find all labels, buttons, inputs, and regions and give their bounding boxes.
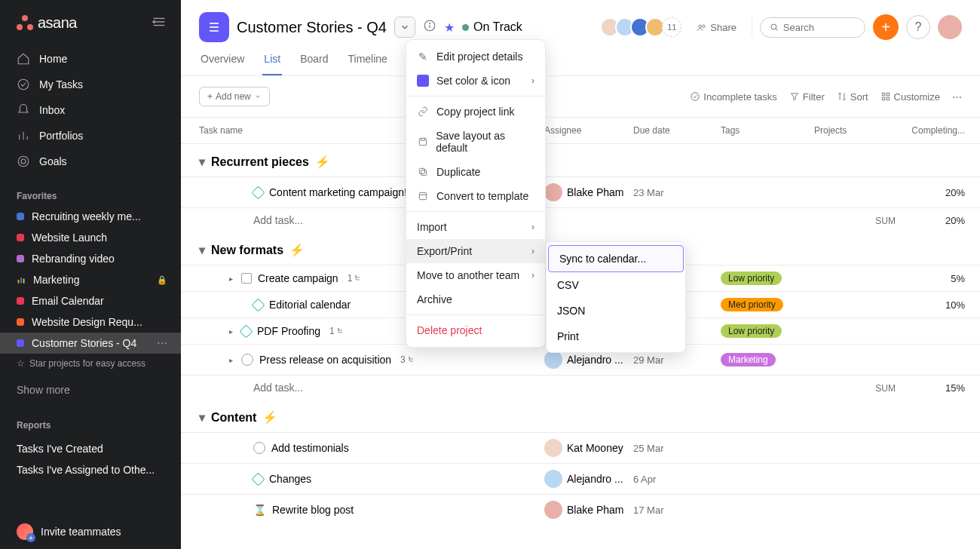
expand-subtasks-icon[interactable]: ▸ — [229, 327, 235, 336]
logo[interactable]: asana — [17, 14, 77, 32]
tag[interactable]: Marketing — [721, 353, 776, 367]
complete-checkbox[interactable] — [253, 442, 265, 454]
due-cell[interactable]: 6 Apr — [633, 474, 721, 485]
more-icon[interactable]: ⋯ — [157, 337, 167, 349]
col-tags[interactable]: Tags — [721, 125, 814, 136]
col-assignee[interactable]: Assignee — [544, 125, 633, 136]
tags-cell[interactable]: Med priority — [721, 298, 814, 311]
chevron-down-icon[interactable]: ▾ — [199, 155, 205, 169]
submenu-json[interactable]: JSON — [547, 298, 685, 324]
sidebar-favorite[interactable]: Recruiting weekly me... — [0, 206, 181, 227]
nav-home[interactable]: Home — [6, 46, 175, 72]
assignee-cell[interactable]: Blake Pham — [544, 501, 633, 519]
add-task-row[interactable]: Add task... SUM 15% — [181, 375, 980, 400]
tag[interactable]: Low priority — [721, 271, 782, 285]
more-actions-icon[interactable]: ⋯ — [952, 91, 962, 103]
due-cell[interactable]: 23 Mar — [633, 187, 721, 198]
collapse-sidebar-icon[interactable] — [151, 14, 167, 32]
assignee-cell[interactable]: Alejandro ... — [544, 351, 633, 369]
tag[interactable]: Med priority — [721, 298, 783, 311]
task-row[interactable]: Changes Alejandro ... 6 Apr — [181, 463, 980, 494]
menu-save-layout[interactable]: Save layout as default — [406, 124, 545, 160]
complete-cell[interactable]: 10% — [903, 299, 980, 311]
add-new-button[interactable]: + Add new — [199, 87, 270, 106]
nav-inbox[interactable]: Inbox — [6, 97, 175, 123]
task-row[interactable]: ⌛Rewrite blog post Blake Pham 17 Mar — [181, 494, 980, 525]
menu-archive[interactable]: Archive — [406, 287, 545, 311]
col-projects[interactable]: Projects — [814, 125, 903, 136]
due-cell[interactable]: 17 Mar — [633, 505, 721, 516]
global-add-button[interactable]: + — [873, 14, 899, 40]
complete-checkbox[interactable] — [251, 298, 265, 311]
due-cell[interactable]: 29 Mar — [633, 354, 721, 366]
sidebar-favorite[interactable]: Website Launch — [0, 227, 181, 248]
show-more[interactable]: Show more — [0, 373, 181, 406]
sidebar-favorite[interactable]: Marketing🔒 — [0, 269, 181, 290]
expand-subtasks-icon[interactable]: ▸ — [229, 356, 235, 364]
assignee-cell[interactable]: Kat Mooney — [544, 439, 633, 457]
col-due[interactable]: Due date — [633, 125, 721, 136]
tags-cell[interactable]: Marketing — [721, 353, 814, 367]
tags-cell[interactable]: Low priority — [721, 324, 814, 338]
menu-copy-link[interactable]: Copy project link — [406, 100, 545, 124]
tab-overview[interactable]: Overview — [199, 53, 246, 75]
filter-incomplete[interactable]: Incomplete tasks — [690, 91, 777, 103]
help-button[interactable]: ? — [906, 15, 930, 39]
nav-my-tasks[interactable]: My Tasks — [6, 72, 175, 97]
filter-button[interactable]: Filter — [789, 91, 825, 103]
report-link[interactable]: Tasks I've Assigned to Othe... — [0, 459, 181, 480]
complete-cell[interactable]: 5% — [903, 273, 980, 284]
tag[interactable]: Low priority — [721, 324, 782, 338]
status-pill[interactable]: On Track — [462, 20, 522, 34]
invite-teammates[interactable]: Invite teammates — [0, 514, 181, 549]
complete-checkbox[interactable] — [251, 186, 265, 199]
sidebar-favorite[interactable]: Website Design Requ... — [0, 311, 181, 333]
project-actions-dropdown[interactable] — [394, 17, 415, 38]
sidebar-favorite[interactable]: Rebranding video — [0, 248, 181, 269]
assignee-cell[interactable]: Alejandro ... — [544, 470, 633, 488]
menu-edit-details[interactable]: ✎Edit project details — [406, 44, 545, 69]
star-icon[interactable]: ★ — [444, 20, 455, 35]
complete-checkbox[interactable] — [251, 472, 265, 486]
nav-goals[interactable]: Goals — [6, 149, 175, 174]
tab-board[interactable]: Board — [299, 53, 329, 75]
section-header[interactable]: ▾Content⚡ — [181, 400, 980, 432]
tab-list[interactable]: List — [262, 53, 282, 75]
project-icon[interactable] — [199, 12, 229, 42]
sidebar-favorite[interactable]: Customer Stories - Q4⋯ — [0, 333, 181, 354]
customize-button[interactable]: Customize — [880, 91, 940, 103]
add-task-row[interactable]: Add task... SUM 20% — [181, 207, 980, 232]
search-box[interactable] — [760, 17, 865, 38]
col-completing[interactable]: Completing... — [903, 125, 980, 136]
menu-set-color[interactable]: Set color & icon› — [406, 69, 545, 93]
sort-button[interactable]: Sort — [837, 91, 868, 103]
chevron-down-icon[interactable]: ▾ — [199, 243, 205, 257]
nav-portfolios[interactable]: Portfolios — [6, 123, 175, 149]
menu-move-team[interactable]: Move to another team› — [406, 263, 545, 287]
report-link[interactable]: Tasks I've Created — [0, 438, 181, 459]
assignee-cell[interactable]: Blake Pham — [544, 183, 633, 201]
member-avatars[interactable]: 11 — [605, 17, 681, 37]
menu-duplicate[interactable]: Duplicate — [406, 160, 545, 184]
menu-delete-project[interactable]: Delete project — [406, 318, 545, 342]
submenu-print[interactable]: Print — [547, 324, 685, 349]
complete-checkbox[interactable] — [241, 273, 252, 284]
menu-import[interactable]: Import› — [406, 215, 545, 239]
complete-checkbox[interactable] — [241, 354, 253, 366]
task-row[interactable]: Content marketing campaign! Blake Pham 2… — [181, 176, 980, 207]
menu-convert-template[interactable]: Convert to template — [406, 184, 545, 208]
info-icon[interactable] — [423, 19, 436, 35]
due-cell[interactable]: 25 Mar — [633, 443, 721, 454]
tags-cell[interactable]: Low priority — [721, 271, 814, 285]
section-header[interactable]: ▾Recurrent pieces⚡ — [181, 144, 980, 176]
search-input[interactable] — [783, 22, 856, 33]
submenu-sync-calendar[interactable]: Sync to calendar... — [548, 245, 684, 272]
menu-export-print[interactable]: Export/Print› — [406, 239, 545, 263]
share-button[interactable]: Share — [689, 19, 744, 36]
complete-checkbox[interactable] — [239, 324, 253, 338]
tab-timeline[interactable]: Timeline — [347, 53, 389, 75]
task-row[interactable]: Add testimonials Kat Mooney 25 Mar — [181, 432, 980, 463]
chevron-down-icon[interactable]: ▾ — [199, 410, 205, 425]
complete-cell[interactable]: 20% — [903, 187, 980, 198]
sidebar-favorite[interactable]: Email Calendar — [0, 290, 181, 311]
